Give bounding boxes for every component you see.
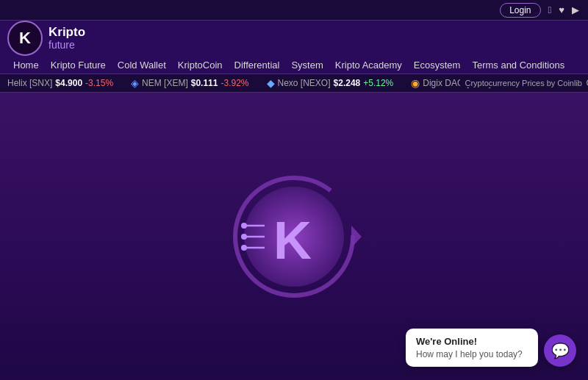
- instagram-icon[interactable]: ♥: [559, 4, 564, 15]
- chat-button[interactable]: 💬: [544, 334, 576, 367]
- chat-widget: We're Online! How may I help you today? …: [406, 329, 576, 367]
- ticker-nexo: ◆ Nexo [NEXO] $2.248 +5.12%: [267, 77, 394, 89]
- logo-k-letter: K: [19, 29, 31, 48]
- svg-point-7: [241, 223, 247, 229]
- nav-kripto-future[interactable]: Kripto Future: [45, 57, 112, 74]
- chat-bubble: We're Online! How may I help you today?: [406, 329, 538, 367]
- nav-terms[interactable]: Terms and Conditions: [466, 57, 570, 74]
- nav-system[interactable]: System: [285, 57, 329, 74]
- logo-area: K Kripto future: [7, 21, 85, 56]
- navbar: K Kripto future Home Kripto Future Cold …: [0, 21, 588, 74]
- nav-differential[interactable]: Differential: [229, 57, 286, 74]
- ticker-xem: ◈ NEM [XEM] $0.111 -3.92%: [131, 77, 248, 89]
- chat-online-label: We're Online!: [416, 336, 528, 347]
- top-header: Login  ♥ ▶: [0, 0, 588, 21]
- nav-kripto-academy[interactable]: Kripto Academy: [329, 57, 408, 74]
- nav-home[interactable]: Home: [7, 57, 45, 74]
- svg-point-8: [241, 245, 247, 251]
- hero-section: K We're Online! How may I help you today…: [0, 93, 588, 380]
- nav-cold-wallet[interactable]: Cold Wallet: [112, 57, 172, 74]
- ticker-snx: Helix [SNX] $4.900 -3.15%: [7, 78, 113, 88]
- hero-logo: K: [220, 163, 368, 310]
- youtube-icon[interactable]: ▶: [572, 4, 579, 15]
- header-right: Login  ♥ ▶: [500, 3, 579, 18]
- hero-logo-svg: K: [220, 163, 368, 310]
- nav-links: Home Kripto Future Cold Wallet KriptoCoi…: [7, 57, 570, 74]
- nav-kriptocoin[interactable]: KriptoCoin: [172, 57, 229, 74]
- ticker-bar: Helix [SNX] $4.900 -3.15% ◈ NEM [XEM] $0…: [0, 74, 588, 93]
- logo-top: Kripto: [49, 26, 85, 40]
- logo-text: Kripto future: [49, 26, 85, 51]
- coinlib-credit: Cryptocurrency Prices by Coinlib: [460, 79, 582, 87]
- logo-icon: K: [7, 21, 43, 56]
- chat-icon: 💬: [551, 342, 570, 359]
- svg-text:K: K: [273, 211, 312, 270]
- svg-point-6: [241, 234, 247, 240]
- chat-help-label: How may I help you today?: [416, 349, 528, 359]
- logo-bottom: future: [49, 40, 85, 51]
- svg-marker-1: [351, 226, 362, 248]
- nav-ecosystem[interactable]: Ecosystem: [408, 57, 467, 74]
- login-button[interactable]: Login: [500, 3, 540, 18]
- facebook-icon[interactable]: : [548, 4, 552, 15]
